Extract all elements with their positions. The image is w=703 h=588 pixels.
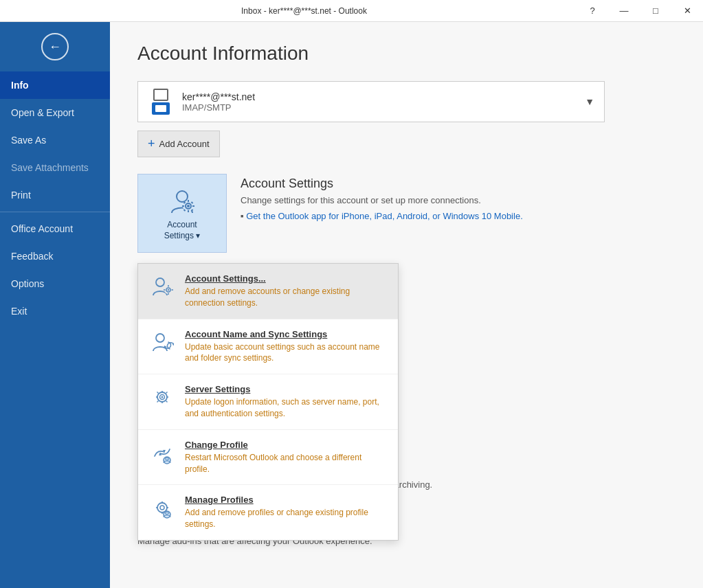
- sidebar-item-save-attachments[interactable]: Save Attachments: [0, 154, 110, 181]
- change-profile-icon: [149, 440, 175, 466]
- svg-point-25: [161, 396, 164, 398]
- svg-rect-19: [172, 289, 174, 291]
- close-button[interactable]: ✕: [671, 0, 703, 22]
- settings-description: Change settings for this account or set …: [241, 195, 676, 205]
- server-settings-text: Server Settings Update logon information…: [185, 384, 387, 420]
- back-icon: ←: [41, 33, 69, 60]
- sidebar: ← Info Open & Export Save As Save Attach…: [0, 22, 110, 588]
- svg-rect-36: [161, 501, 163, 504]
- svg-point-20: [156, 334, 164, 342]
- svg-rect-26: [161, 391, 163, 393]
- plus-icon: +: [148, 137, 155, 151]
- sidebar-item-exit[interactable]: Exit: [0, 297, 110, 325]
- dropdown-item-desc: Add and remove profiles or change existi…: [185, 507, 387, 530]
- svg-rect-6: [182, 205, 184, 207]
- account-settings-label: Account Settings ▾: [164, 220, 201, 241]
- account-settings-dropdown-icon: [149, 273, 175, 299]
- sidebar-item-print[interactable]: Print: [0, 181, 110, 209]
- add-account-button[interactable]: + Add Account: [137, 131, 220, 157]
- dropdown-item-title: Change Profile: [185, 440, 387, 450]
- settings-info: Account Settings Change settings for thi…: [241, 174, 676, 253]
- svg-rect-16: [168, 285, 169, 287]
- dropdown-item-account-settings[interactable]: Account Settings... Add and remove accou…: [138, 264, 398, 319]
- account-name-sync-icon: [149, 329, 175, 355]
- svg-point-12: [156, 278, 164, 286]
- svg-point-15: [168, 289, 169, 291]
- settings-link[interactable]: Get the Outlook app for iPhone, iPad, An…: [241, 211, 676, 221]
- maximize-button[interactable]: □: [640, 0, 671, 22]
- svg-rect-28: [156, 396, 158, 398]
- dropdown-item-server-settings[interactable]: Server Settings Update logon information…: [138, 374, 398, 430]
- account-settings-item-text: Account Settings... Add and remove accou…: [185, 273, 387, 309]
- sidebar-item-office-account[interactable]: Office Account: [0, 215, 110, 242]
- add-account-label: Add Account: [159, 139, 210, 149]
- svg-point-35: [160, 506, 164, 510]
- account-icon: [148, 89, 174, 115]
- dropdown-item-title: Server Settings: [185, 384, 387, 394]
- dropdown-item-manage-profiles[interactable]: Manage Profiles Add and remove profiles …: [138, 485, 398, 540]
- dropdown-item-account-name-sync[interactable]: Account Name and Sync Settings Update ba…: [138, 319, 398, 375]
- titlebar-controls: ? — □ ✕: [577, 0, 703, 21]
- minimize-button[interactable]: —: [608, 0, 640, 22]
- svg-rect-7: [192, 205, 194, 207]
- sidebar-item-info[interactable]: Info: [0, 71, 110, 99]
- dropdown-item-desc: Update basic account settings such as ac…: [185, 341, 387, 365]
- manage-profiles-icon: [149, 495, 175, 521]
- dropdown-item-desc: Add and remove accounts or change existi…: [185, 286, 387, 309]
- sidebar-item-open-export[interactable]: Open & Export: [0, 99, 110, 126]
- dropdown-item-title: Account Name and Sync Settings: [185, 329, 387, 339]
- account-icon-top: [153, 89, 168, 101]
- dropdown-item-desc: Restart Microsoft Outlook and choose a d…: [185, 452, 387, 475]
- account-selector[interactable]: ker****@***st.net IMAP/SMTP ▼: [137, 81, 605, 122]
- svg-rect-29: [166, 396, 168, 398]
- account-email: ker****@***st.net: [182, 91, 585, 102]
- account-settings-section: Account Settings ▾ Account Settings Chan…: [137, 174, 676, 253]
- svg-rect-18: [164, 289, 166, 291]
- account-settings-dropdown: Account Settings... Add and remove accou…: [137, 263, 399, 541]
- svg-rect-37: [161, 512, 163, 514]
- manage-profiles-text: Manage Profiles Add and remove profiles …: [185, 495, 387, 530]
- sidebar-item-feedback[interactable]: Feedback: [0, 242, 110, 270]
- account-name-sync-text: Account Name and Sync Settings Update ba…: [185, 329, 387, 365]
- account-dropdown-arrow: ▼: [585, 96, 594, 107]
- back-button[interactable]: ←: [0, 22, 110, 71]
- svg-rect-17: [168, 293, 169, 295]
- svg-rect-4: [188, 200, 189, 202]
- settings-title: Account Settings: [241, 177, 676, 191]
- sidebar-item-save-as[interactable]: Save As: [0, 126, 110, 154]
- account-settings-button[interactable]: Account Settings ▾: [137, 174, 227, 253]
- svg-rect-27: [161, 401, 163, 403]
- sidebar-divider-1: [0, 212, 110, 212]
- dropdown-item-title: Account Settings...: [185, 273, 387, 284]
- svg-point-3: [187, 205, 190, 207]
- dropdown-item-change-profile[interactable]: Change Profile Restart Microsoft Outlook…: [138, 430, 398, 486]
- app-body: ← Info Open & Export Save As Save Attach…: [0, 22, 703, 588]
- change-profile-text: Change Profile Restart Microsoft Outlook…: [185, 440, 387, 475]
- svg-rect-5: [188, 210, 189, 212]
- help-button[interactable]: ?: [577, 0, 608, 22]
- page-title: Account Information: [137, 43, 676, 65]
- account-type: IMAP/SMTP: [182, 102, 585, 113]
- titlebar: Inbox - ker****@***st.net - Outlook ? — …: [0, 0, 703, 22]
- svg-rect-39: [166, 508, 168, 509]
- account-info: ker****@***st.net IMAP/SMTP: [182, 91, 585, 113]
- dropdown-item-desc: Update logon information, such as server…: [185, 396, 387, 420]
- account-settings-icon: [165, 185, 199, 220]
- titlebar-title: Inbox - ker****@***st.net - Outlook: [32, 6, 577, 16]
- sidebar-item-options[interactable]: Options: [0, 270, 110, 297]
- account-icon-bottom: [152, 102, 170, 115]
- svg-point-0: [177, 191, 188, 202]
- svg-rect-38: [156, 508, 158, 509]
- server-settings-icon: [149, 384, 175, 410]
- main-content: Account Information ker****@***st.net IM…: [110, 22, 703, 588]
- dropdown-item-title: Manage Profiles: [185, 495, 387, 505]
